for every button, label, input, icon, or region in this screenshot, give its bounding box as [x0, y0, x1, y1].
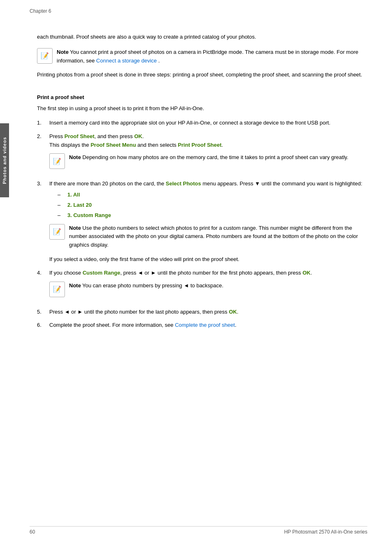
step-6-text-before: Complete the proof sheet. For more infor…: [49, 322, 175, 328]
step-3-arrow: ▼: [255, 180, 260, 187]
step-2-note-box: 📝 Note Depending on how many photos are …: [49, 153, 367, 169]
chapter-header: Chapter 6: [30, 8, 51, 14]
step-3-text-before: If there are more than 20 photos on the …: [49, 180, 166, 187]
step-2-text-after: .: [142, 133, 144, 139]
step-2-sub-bold1: Proof Sheet Menu: [90, 142, 136, 148]
sublist-item-1: – 1. All: [58, 191, 367, 199]
step-4-note-body: You can erase photo numbers by pressing: [82, 282, 184, 289]
step-4-bold2: OK: [302, 270, 311, 276]
step-5-bold: OK: [229, 309, 237, 315]
step-4-text-after: until the photo number for the first pho…: [156, 270, 302, 276]
dash-2: –: [58, 201, 67, 210]
step-3-num: 3.: [37, 180, 49, 188]
step-4-bold1: Custom Range: [83, 270, 120, 276]
step-4-text-before: If you choose: [49, 270, 83, 276]
step-3-note-label: Note: [69, 225, 81, 231]
section-heading: Print a proof sheet: [37, 94, 367, 100]
section-break: [37, 86, 367, 94]
sidebar-tab: Photos and videos: [0, 123, 9, 197]
step-6: 6. Complete the proof sheet. For more in…: [37, 321, 367, 330]
step-2-content: Press Proof Sheet, and then press OK. Th…: [49, 132, 367, 175]
note-after-1: .: [158, 58, 160, 64]
step-4-note-text: Note You can erase photo numbers by pres…: [69, 282, 224, 290]
step-3-after-note: If you select a video, only the first fr…: [49, 255, 367, 264]
step-2-sub-mid: and then selects: [136, 142, 178, 148]
step-1-num: 1.: [37, 119, 49, 127]
intro-paragraph: each thumbnail. Proof sheets are also a …: [37, 33, 367, 42]
step-5-text-before: Press: [49, 309, 65, 315]
footer-product-name: HP Photosmart 2570 All-in-One series: [284, 529, 367, 535]
chapter-title: Chapter 6: [30, 8, 51, 14]
step-4-text-end: .: [311, 270, 312, 276]
step-6-link[interactable]: Complete the proof sheet: [175, 322, 235, 328]
note-link-1[interactable]: Connect a storage device: [96, 58, 157, 64]
dash-1: –: [58, 191, 67, 199]
page-container: Photos and videos Chapter 6 each thumbna…: [0, 0, 392, 543]
step-5-arrow-right: ►: [78, 309, 83, 315]
step-2-note-icon: 📝: [49, 153, 65, 169]
footer: 60 HP Photosmart 2570 All-in-One series: [30, 526, 367, 535]
step-5: 5. Press ◄ or ► until the photo number f…: [37, 308, 367, 317]
step-2-note-body: Depending on how many photos are on the …: [83, 154, 348, 160]
step-2-note-lines-icon: 📝: [53, 156, 61, 167]
step-3-text-after2: until the command you want is highlighte…: [260, 180, 362, 187]
step-2-note-text: Note Depending on how many photos are on…: [69, 153, 348, 162]
step-3-bold1: Select Photos: [166, 180, 201, 187]
step-4-note-label: Note: [69, 282, 81, 289]
step-2: 2. Press Proof Sheet, and then press OK.…: [37, 132, 367, 175]
step-1: 1. Insert a memory card into the appropr…: [37, 119, 367, 127]
step-5-content: Press ◄ or ► until the photo number for …: [49, 308, 367, 317]
step-4-note-lines-icon: 📝: [53, 284, 61, 295]
step-3: 3. If there are more than 20 photos on t…: [37, 180, 367, 263]
step-6-num: 6.: [37, 321, 49, 330]
step-1-text: Insert a memory card into the appropriat…: [49, 120, 330, 126]
step-5-arrow-left: ◄: [65, 309, 70, 315]
step-4-text-mid: , press: [120, 270, 138, 276]
sublist-label-1: 1. All: [67, 191, 80, 199]
note-icon-1: 📝: [37, 48, 53, 64]
step-3-note-text: Note Use the photo numbers to select whi…: [69, 224, 367, 250]
steps-list: 1. Insert a memory card into the appropr…: [37, 119, 367, 330]
step-4-note-box: 📝 Note You can erase photo numbers by pr…: [49, 282, 367, 297]
step-4-num: 4.: [37, 269, 49, 277]
step-2-text-mid: , and then press: [95, 133, 134, 139]
step-5-num: 5.: [37, 308, 49, 317]
step-4-arrow-right: ►: [151, 270, 156, 276]
step-4-text-mid2: or: [143, 270, 151, 276]
step-4-note-after: to backspace.: [189, 282, 224, 289]
step-3-note-icon: 📝: [49, 224, 65, 240]
note-text-1: Note You cannot print a proof sheet of p…: [57, 48, 367, 65]
step-3-sublist: – 1. All – 2. Last 20 – 3. Custom Range: [58, 191, 367, 220]
note-lines-icon: 📝: [41, 53, 49, 59]
step-2-bold2: OK: [134, 133, 143, 139]
note-label-1: Note: [57, 49, 69, 55]
step-2-text-before: Press: [49, 133, 65, 139]
sidebar-label: Photos and videos: [2, 137, 7, 184]
step-6-text-after: .: [235, 322, 237, 328]
step-3-content: If there are more than 20 photos on the …: [49, 180, 367, 263]
step-5-text-mid: or: [70, 309, 78, 315]
step-3-text-after: menu appears. Press: [201, 180, 255, 187]
step-6-content: Complete the proof sheet. For more infor…: [49, 321, 367, 330]
main-content: each thumbnail. Proof sheets are also a …: [37, 33, 367, 330]
step-4-note-icon: 📝: [49, 282, 65, 297]
step-4-arrow-left: ◄: [138, 270, 143, 276]
step-4: 4. If you choose Custom Range, press ◄ o…: [37, 269, 367, 303]
sublist-label-2: 2. Last 20: [67, 201, 92, 210]
sublist-item-2: – 2. Last 20: [58, 201, 367, 210]
step-3-note-lines-icon: 📝: [53, 226, 61, 237]
step-3-note-box: 📝 Note Use the photo numbers to select w…: [49, 224, 367, 250]
step-4-note-arrow: ◄: [184, 282, 189, 289]
footer-page-number: 60: [30, 529, 35, 535]
printing-intro: Printing photos from a proof sheet is do…: [37, 71, 367, 79]
step-4-content: If you choose Custom Range, press ◄ or ►…: [49, 269, 367, 303]
note-box-1: 📝 Note You cannot print a proof sheet of…: [37, 48, 367, 65]
step-5-text-end: .: [237, 309, 238, 315]
section-intro: The first step in using a proof sheet is…: [37, 104, 367, 113]
step-2-sub-bold2: Print Proof Sheet: [178, 142, 221, 148]
sublist-item-3: – 3. Custom Range: [58, 211, 367, 220]
step-5-text-after: until the photo number for the last phot…: [83, 309, 229, 315]
step-2-num: 2.: [37, 132, 49, 141]
step-2-bold1: Proof Sheet: [65, 133, 95, 139]
step-2-sub-before: This displays the: [49, 142, 90, 148]
